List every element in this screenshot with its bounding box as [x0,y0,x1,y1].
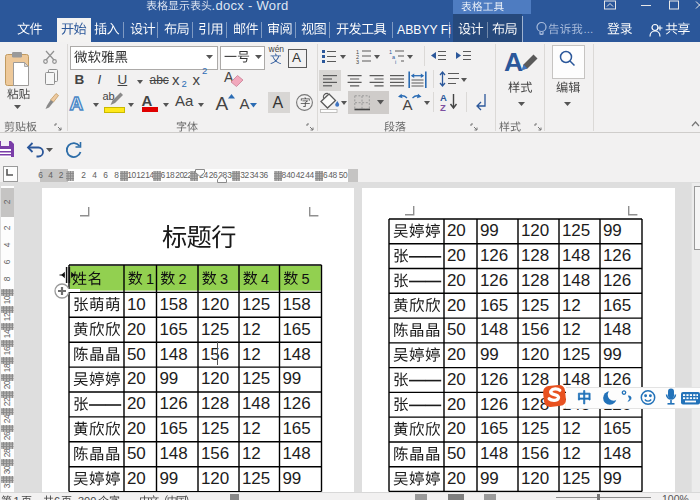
svg-text:148: 148 [603,320,631,339]
svg-text:120: 120 [521,469,549,488]
svg-text:156: 156 [521,444,549,463]
svg-text:120: 120 [521,221,549,240]
svg-text:1: 1 [146,271,154,287]
svg-text:128: 128 [521,246,549,265]
svg-text:99: 99 [480,469,499,488]
svg-text:50: 50 [447,320,466,339]
svg-text:126: 126 [603,270,631,289]
svg-text:20: 20 [447,246,466,265]
svg-text:99: 99 [603,345,622,364]
svg-text:126: 126 [480,369,508,388]
svg-text:148: 148 [480,444,508,463]
svg-text:126: 126 [603,369,631,388]
svg-text:126: 126 [480,394,508,413]
svg-text:4: 4 [261,271,269,287]
svg-text:148: 148 [480,320,508,339]
svg-text:126: 126 [480,246,508,265]
svg-text:125: 125 [562,345,590,364]
svg-text:148: 148 [603,444,631,463]
svg-text:99: 99 [603,469,622,488]
svg-text:165: 165 [603,295,631,314]
svg-text:20: 20 [447,394,466,413]
svg-text:125: 125 [562,221,590,240]
svg-text:2: 2 [179,271,187,287]
svg-text:120: 120 [521,345,549,364]
svg-text:12: 12 [562,295,581,314]
svg-text:125: 125 [521,295,549,314]
svg-text:20: 20 [447,295,466,314]
svg-text:156: 156 [521,320,549,339]
svg-text:20: 20 [447,270,466,289]
svg-text:12: 12 [562,320,581,339]
svg-text:99: 99 [603,221,622,240]
svg-text:165: 165 [603,419,631,438]
svg-text:3: 3 [220,271,228,287]
svg-text:165: 165 [480,295,508,314]
svg-text:126: 126 [480,270,508,289]
svg-text:125: 125 [562,469,590,488]
svg-text:165: 165 [480,419,508,438]
svg-text:99: 99 [480,221,499,240]
svg-text:12: 12 [562,444,581,463]
svg-text:12: 12 [562,419,581,438]
svg-text:20: 20 [447,469,466,488]
svg-text:20: 20 [447,419,466,438]
svg-text:148: 148 [562,270,590,289]
svg-text:20: 20 [447,369,466,388]
svg-text:5: 5 [302,271,310,287]
svg-text:126: 126 [603,246,631,265]
svg-text:125: 125 [521,419,549,438]
svg-text:50: 50 [447,444,466,463]
svg-text:20: 20 [447,221,466,240]
svg-text:20: 20 [447,345,466,364]
svg-text:148: 148 [562,246,590,265]
svg-text:99: 99 [480,345,499,364]
svg-text:128: 128 [521,270,549,289]
